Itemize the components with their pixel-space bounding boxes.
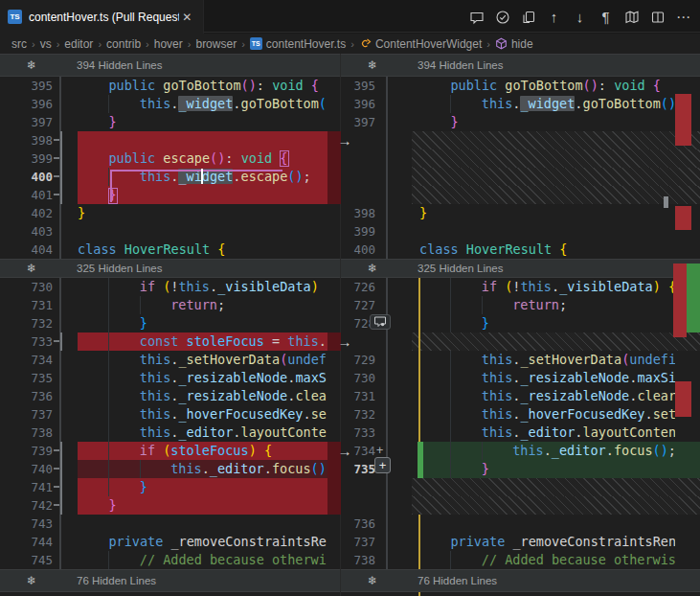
- code-line-added[interactable]: 734+this._editor.focus();: [341, 442, 700, 460]
- code-line[interactable]: 404class HoverResult {: [0, 241, 340, 259]
- code-line[interactable]: 395public goToBottom(): void {: [341, 77, 700, 95]
- tab-contenthover[interactable]: TS contentHover.ts (Pull Request) ✕: [0, 0, 204, 34]
- code-line[interactable]: 743: [0, 515, 340, 533]
- hidden-lines-bar[interactable]: ❄325 Hidden Lines: [0, 259, 340, 278]
- unfold-icon: ❄: [368, 59, 377, 71]
- collapsed-region[interactable]: [341, 149, 700, 168]
- code-line[interactable]: 736this._resizableNode.clear: [0, 387, 340, 405]
- code-line-deleted[interactable]: 739if (stoleFocus) {: [0, 442, 340, 460]
- copy-icon[interactable]: [515, 6, 541, 29]
- code-line[interactable]: 402}: [0, 204, 340, 222]
- code-text: this._editor.layoutConten: [419, 424, 675, 442]
- scrollbar-slider[interactable]: [664, 196, 668, 208]
- token: _widget: [520, 96, 575, 111]
- unfold-icon: ❄: [27, 575, 36, 586]
- collapsed-region[interactable]: [341, 496, 700, 515]
- code-line[interactable]: 731this._resizableNode.clear: [341, 387, 700, 405]
- code-line[interactable]: 728}: [341, 314, 700, 332]
- revert-block-arrow[interactable]: →: [337, 332, 352, 351]
- token: _setHoverData: [520, 352, 621, 367]
- comment-thread-icon[interactable]: [370, 314, 391, 330]
- code-text: return;: [419, 296, 675, 314]
- code-line-deleted[interactable]: 398: [0, 131, 340, 149]
- code-line[interactable]: 732}: [0, 314, 340, 332]
- code-line[interactable]: 395public goToBottom(): void {: [0, 77, 340, 95]
- code-line[interactable]: 738this._editor.layoutConten: [0, 424, 340, 442]
- more-actions-icon[interactable]: ⋯: [670, 6, 696, 29]
- revert-block-arrow[interactable]: →: [337, 442, 352, 460]
- split-editor-icon[interactable]: [644, 6, 670, 29]
- code-line[interactable]: 730if (!this._visibleData) {: [0, 278, 340, 296]
- breadcrumb-item-hide[interactable]: hide: [495, 37, 533, 51]
- breadcrumb-item-vs[interactable]: vs: [40, 37, 52, 51]
- code-line[interactable]: 733this._editor.layoutConten: [341, 424, 700, 442]
- code-line[interactable]: 398}: [341, 204, 700, 222]
- code-line[interactable]: 738// Added because otherwis: [341, 551, 700, 569]
- code-line[interactable]: 400class HoverResult {: [341, 241, 700, 259]
- code-line[interactable]: 744private _removeConstraintsRen: [0, 533, 340, 551]
- code-line[interactable]: 396this._widget.goToBottom(): [341, 95, 700, 113]
- deleted-block-bar: [60, 442, 62, 515]
- breadcrumb-label: hover: [154, 37, 183, 51]
- code-line-deleted[interactable]: 741}: [0, 478, 340, 496]
- breadcrumb-label: browser: [195, 37, 237, 51]
- breadcrumb-item-hover[interactable]: hover: [154, 37, 183, 51]
- code-line[interactable]: 726if (!this._visibleData) {: [341, 278, 700, 296]
- code-line[interactable]: 727return;: [341, 296, 700, 314]
- code-line[interactable]: 736: [341, 515, 700, 533]
- code-line[interactable]: 731return;: [0, 296, 340, 314]
- token: goToBottom: [505, 78, 582, 93]
- code-text: // Added because otherwis: [78, 551, 327, 569]
- collapsed-region[interactable]: [341, 332, 700, 351]
- collapsed-region[interactable]: [341, 168, 700, 186]
- breadcrumb-item-src[interactable]: src: [11, 37, 27, 51]
- arrow-up-icon[interactable]: ↑: [541, 6, 567, 29]
- code-line[interactable]: 729this._setHoverData(undefi: [341, 351, 700, 369]
- code-line[interactable]: 737private _removeConstraintsRen: [341, 533, 700, 551]
- code-line[interactable]: 730this._resizableNode.maxSi: [341, 369, 700, 387]
- pilcrow-icon[interactable]: ¶: [593, 6, 619, 29]
- breadcrumb-item-contenthover-ts[interactable]: TScontentHover.ts: [250, 37, 346, 51]
- breadcrumb-item-browser[interactable]: browser: [195, 37, 237, 51]
- hidden-lines-bar[interactable]: ❄76 Hidden Lines: [0, 569, 340, 592]
- hidden-lines-label: 325 Hidden Lines: [418, 263, 504, 274]
- hidden-lines-bar[interactable]: ❄325 Hidden Lines: [341, 259, 700, 278]
- add-comment-button[interactable]: +: [374, 457, 391, 473]
- code-line[interactable]: 403: [0, 222, 340, 241]
- token: :: [598, 78, 614, 93]
- code-line[interactable]: 737this._hoverFocusedKey.set: [0, 405, 340, 424]
- code-line[interactable]: 735this._resizableNode.maxSi: [0, 369, 340, 387]
- code-text: }: [78, 478, 327, 496]
- collapsed-region[interactable]: [341, 478, 700, 496]
- collapsed-region[interactable]: [341, 131, 700, 149]
- breadcrumb-item-contenthoverwidget[interactable]: ContentHoverWidget: [359, 37, 482, 51]
- map-icon[interactable]: [619, 6, 644, 29]
- arrow-down-icon[interactable]: ↓: [567, 6, 593, 29]
- code-line-deleted[interactable]: 742}: [0, 496, 340, 515]
- code-line-deleted[interactable]: 740this._editor.focus();: [0, 460, 340, 478]
- hidden-lines-bar[interactable]: ❄76 Hidden Lines: [341, 569, 700, 592]
- deleted-placeholder: [412, 168, 700, 186]
- token: }: [78, 205, 85, 220]
- code-line[interactable]: 734this._setHoverData(undefi: [0, 351, 340, 369]
- hidden-lines-bar[interactable]: ❄394 Hidden Lines: [341, 54, 700, 77]
- breadcrumb-item-contrib[interactable]: contrib: [106, 37, 141, 51]
- code-line[interactable]: 397}: [0, 113, 340, 131]
- code-line[interactable]: 732this._hoverFocusedKey.set: [341, 405, 700, 424]
- hidden-lines-bar[interactable]: ❄394 Hidden Lines: [0, 54, 340, 77]
- line-number: 396: [341, 95, 375, 113]
- revert-block-arrow[interactable]: →: [337, 131, 352, 149]
- check-circle-icon[interactable]: [489, 6, 515, 29]
- collapsed-region[interactable]: [341, 186, 700, 204]
- code-line[interactable]: 399: [341, 222, 700, 241]
- breadcrumb-item-editor[interactable]: editor: [64, 37, 93, 51]
- code-line[interactable]: 396this._widget.goToBottom(): [0, 95, 340, 113]
- code-line[interactable]: 397}: [341, 113, 700, 131]
- code-line-deleted[interactable]: 401}: [0, 186, 340, 204]
- code-line[interactable]: 745// Added because otherwis: [0, 551, 340, 569]
- code-line-added[interactable]: 735}: [341, 460, 700, 478]
- code-line-deleted[interactable]: 733const stoleFocus = this._: [0, 332, 340, 351]
- close-icon[interactable]: ✕: [179, 9, 195, 26]
- token: this: [482, 370, 513, 385]
- comment-icon[interactable]: [463, 6, 489, 29]
